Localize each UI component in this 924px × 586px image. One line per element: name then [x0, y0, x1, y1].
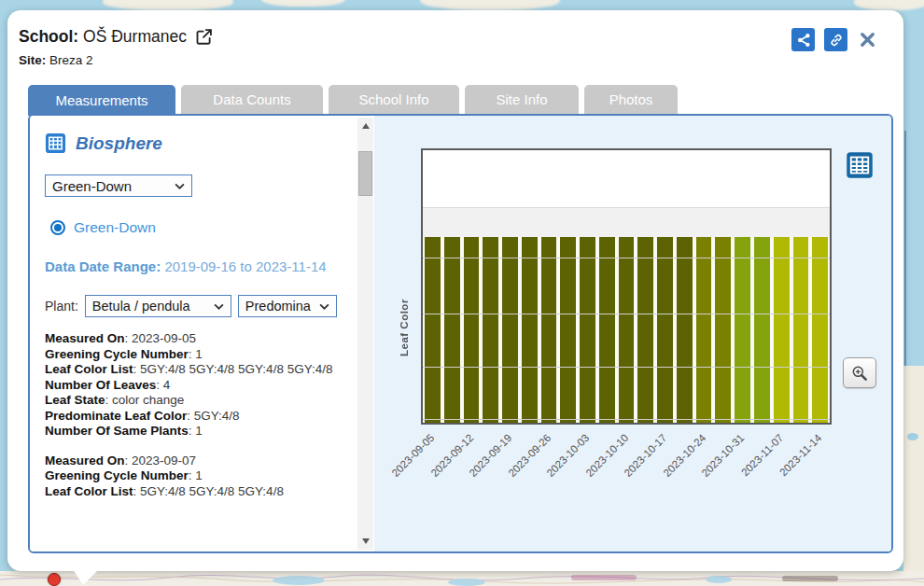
data-table-icon[interactable] [846, 151, 874, 179]
bar[interactable] [619, 237, 635, 423]
field-value: 2023-09-05 [132, 331, 196, 345]
chevron-down-icon [319, 303, 329, 310]
plant-species-value: Betula / pendula [92, 299, 190, 314]
field-value: 1 [195, 424, 203, 438]
gridline [423, 258, 830, 258]
tab-school-info[interactable]: School Info [329, 85, 459, 114]
gridline [423, 367, 830, 368]
field-label: Leaf State [45, 393, 105, 407]
school-name: OŠ Đurmanec [83, 27, 187, 46]
x-axis-tick-label: 2023-09-26 [488, 432, 553, 496]
data-date-range: Data Date Range: 2019-09-16 to 2023-11-1… [45, 255, 342, 279]
link-icon[interactable] [824, 28, 847, 51]
bar[interactable] [754, 237, 770, 423]
field-label: Number Of Same Plants [45, 424, 189, 438]
external-link-icon[interactable] [194, 27, 214, 47]
scrollbar-thumb[interactable] [358, 151, 372, 196]
field-value: 5GY:4/8 5GY:4/8 5GY:4/8 5GY:4/8 [140, 362, 332, 376]
green-down-radio[interactable] [50, 220, 65, 235]
measurement-field: Measured On: 2023-09-07 [45, 453, 342, 469]
bar[interactable] [657, 237, 673, 423]
tab-site-info[interactable]: Site Info [465, 85, 579, 114]
bar[interactable] [580, 237, 595, 423]
x-axis-tick-label: 2023-10-17 [605, 432, 669, 496]
bar[interactable] [502, 237, 518, 423]
chevron-down-icon [175, 183, 185, 189]
measurement-field: Greening Cycle Number: 1 [45, 347, 342, 363]
zoom-in-icon[interactable] [843, 357, 876, 388]
x-axis-tick-label: 2023-10-03 [527, 432, 592, 496]
protocol-select[interactable]: Green-Down [45, 174, 192, 197]
x-axis-tick-label: 2023-11-07 [721, 432, 785, 496]
bar[interactable] [774, 237, 790, 423]
plant-attribute-select[interactable]: Predomina [238, 295, 337, 317]
site-label: Site: [19, 53, 46, 67]
map-land-patch [103, 0, 233, 10]
tab-data-counts[interactable]: Data Counts [181, 85, 323, 114]
bar[interactable] [444, 237, 460, 423]
bar[interactable] [425, 237, 441, 423]
measurement-field: Measured On: 2023-09-05 [45, 331, 342, 347]
leaf-color-chart [421, 148, 832, 425]
left-panel-scrollbar[interactable] [357, 118, 373, 550]
x-axis-tick-label: 2023-10-10 [566, 432, 630, 496]
plant-species-select[interactable]: Betula / pendula [85, 295, 231, 317]
date-range-value: 2019-09-16 to 2023-11-14 [164, 258, 326, 274]
share-icon[interactable] [791, 28, 815, 51]
bar[interactable] [793, 237, 809, 423]
map-bottom-strip [0, 571, 924, 586]
green-down-radio-label[interactable]: Green-Down [74, 219, 156, 236]
plant-attribute-value: Predomina [245, 299, 311, 314]
field-value: 1 [195, 468, 203, 482]
map-land-patch [854, 0, 924, 10]
scrollbar-down-arrow[interactable] [357, 535, 373, 548]
tab-measurements[interactable]: Measurements [28, 85, 175, 116]
map-land-patch [420, 0, 560, 10]
site-line: Site: Breza 2 [19, 53, 214, 67]
map-site-marker[interactable] [48, 573, 61, 586]
plant-label: Plant: [45, 299, 78, 314]
biosphere-header: Biosphere [45, 133, 374, 154]
bar[interactable] [812, 237, 828, 423]
site-name: Breza 2 [49, 53, 93, 67]
field-label: Greening Cycle Number [45, 468, 189, 482]
measurement-block: Measured On: 2023-09-07Greening Cycle Nu… [45, 453, 342, 500]
scrollbar-up-arrow[interactable] [357, 119, 373, 133]
map-label [782, 576, 838, 581]
measurements-list: Measured On: 2023-09-05Greening Cycle Nu… [45, 331, 342, 499]
tab-photos[interactable]: Photos [584, 85, 678, 114]
bar[interactable] [483, 237, 498, 423]
bar[interactable] [677, 237, 693, 423]
bar[interactable] [464, 237, 480, 423]
bar[interactable] [599, 237, 615, 423]
dialog-header: School: OŠ Đurmanec Site: Breza 2 [19, 27, 214, 67]
bar[interactable] [715, 237, 731, 423]
bar[interactable] [696, 237, 712, 423]
bar-band [423, 237, 830, 423]
map-land-patch [261, 0, 345, 7]
x-axis-tick-label: 2023-10-31 [682, 432, 747, 496]
chevron-down-icon [214, 303, 224, 310]
chart-panel: Leaf Color 2023-09-052023-09-122023-09-1… [374, 116, 891, 551]
bar[interactable] [541, 237, 557, 423]
gridline [423, 419, 830, 420]
x-axis-labels: 2023-09-052023-09-122023-09-192023-09-26… [374, 425, 893, 518]
x-axis-tick-label: 2023-09-12 [411, 432, 475, 496]
protocol-select-value: Green-Down [52, 178, 132, 194]
close-icon[interactable] [857, 30, 877, 50]
bar[interactable] [560, 237, 576, 423]
field-label: Number Of Leaves [45, 378, 156, 392]
field-value: color change [112, 393, 184, 407]
field-label: Leaf Color List [45, 484, 133, 498]
site-info-dialog: School: OŠ Đurmanec Site: Breza 2 [7, 10, 903, 571]
bar[interactable] [735, 237, 750, 423]
field-label: Measured On [45, 453, 125, 467]
school-label: School: [19, 27, 78, 46]
bar[interactable] [637, 237, 653, 423]
gridline [423, 314, 830, 314]
plot-area [423, 207, 830, 423]
bar[interactable] [522, 237, 538, 423]
table-icon [45, 133, 66, 154]
plant-row: Plant: Betula / pendula Predomina [45, 295, 374, 317]
protocol-radio-row: Green-Down [50, 219, 374, 236]
